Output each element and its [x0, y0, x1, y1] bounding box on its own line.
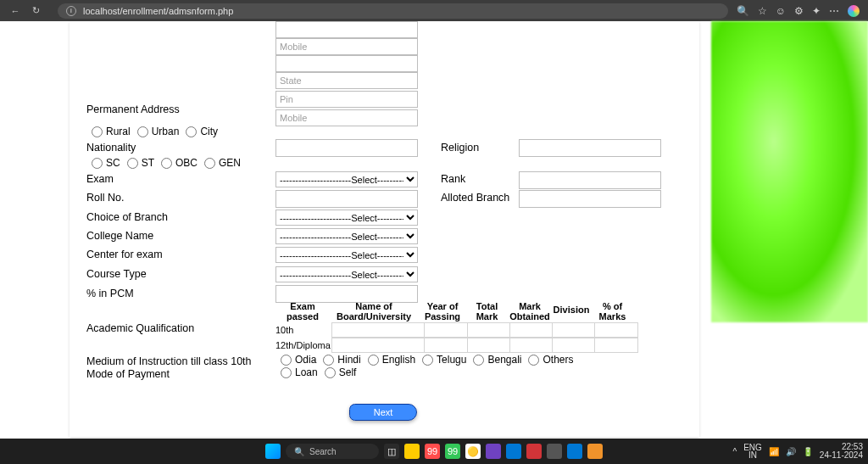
caste-gen-radio[interactable]	[204, 158, 215, 169]
info-icon[interactable]: i	[66, 6, 76, 16]
pct-pcm-field[interactable]	[275, 285, 418, 303]
pct-pcm-label: % in PCM	[86, 288, 134, 299]
religion-label: Religion	[441, 142, 479, 154]
browser-toolbar: ← ↻ i localhost/enrollment/admsnform.php…	[0, 0, 868, 21]
area-city-radio[interactable]	[186, 126, 197, 137]
volume-icon[interactable]: 🔊	[786, 447, 796, 456]
r1-board[interactable]	[331, 322, 425, 338]
th-total-mark: Total Mark	[468, 301, 506, 321]
r1-div[interactable]	[552, 322, 596, 338]
taskview-icon[interactable]: ◫	[384, 444, 399, 459]
med-telugu-radio[interactable]	[422, 355, 433, 366]
field-unknown-top[interactable]	[275, 21, 418, 38]
th-exam-passed: Exam passed	[277, 301, 328, 321]
star-icon[interactable]: ☆	[758, 5, 767, 17]
mode-pay-label: Mode of Payment	[86, 368, 170, 380]
choice-branch-select[interactable]: -----------------------Select-----------…	[275, 210, 418, 226]
back-icon[interactable]: ←	[8, 4, 22, 18]
alloted-branch-field[interactable]	[519, 190, 661, 208]
tray-chevron-icon[interactable]: ^	[732, 447, 737, 456]
search-icon: 🔍	[294, 447, 304, 456]
app-icon-3[interactable]	[486, 444, 501, 459]
smile-icon[interactable]: ☺	[776, 5, 786, 17]
religion-field[interactable]	[519, 139, 661, 157]
taskbar-search[interactable]: 🔍 Search	[286, 444, 379, 459]
r1-obt[interactable]	[509, 322, 554, 338]
pay-self-radio[interactable]	[325, 367, 336, 378]
area-city-label: City	[200, 126, 218, 137]
caste-st-radio[interactable]	[127, 158, 138, 169]
state-field[interactable]	[275, 72, 418, 89]
med-others-radio[interactable]	[528, 355, 539, 366]
med-odia-radio[interactable]	[281, 355, 292, 366]
xampp-icon[interactable]	[587, 444, 603, 459]
center-exam-select[interactable]: -----------------------Select-----------…	[275, 247, 418, 263]
r1-year[interactable]	[424, 322, 468, 338]
pay-loan-radio[interactable]	[281, 367, 292, 378]
r2-pct[interactable]	[594, 338, 638, 353]
enrollment-form-panel: Permanent Address Rural Urban City Natio…	[70, 21, 699, 437]
r1-pct[interactable]	[594, 322, 638, 338]
r2-year[interactable]	[424, 338, 468, 353]
r2-obt[interactable]	[509, 338, 554, 353]
med-hindi-radio[interactable]	[323, 355, 334, 366]
course-type-select[interactable]: -----------------------Select-----------…	[275, 266, 418, 282]
r2-total[interactable]	[467, 338, 511, 353]
taskbar-search-label: Search	[309, 447, 337, 456]
r2-div[interactable]	[552, 338, 596, 353]
area-rural-radio[interactable]	[92, 126, 103, 137]
rollno-field[interactable]	[275, 190, 418, 208]
edge-icon[interactable]	[567, 444, 582, 459]
start-icon[interactable]	[265, 444, 281, 459]
clock-date: 24-11-2024	[820, 451, 863, 460]
area-urban-radio[interactable]	[137, 126, 148, 137]
area-rural-label: Rural	[106, 126, 131, 137]
college-name-select[interactable]: -----------------------Select-----------…	[275, 228, 418, 244]
pin-field[interactable]	[275, 91, 418, 108]
app-icon-1[interactable]: 99	[425, 444, 440, 459]
next-button[interactable]: Next	[349, 404, 417, 421]
center-exam-label: Center for exam	[86, 249, 163, 260]
explorer-icon[interactable]	[404, 444, 420, 459]
taskbar-center: 🔍 Search ◫ 99 99 🟡	[265, 444, 603, 459]
vscode-icon[interactable]	[506, 444, 521, 459]
caste-radio-group: SC ST OBC GEN	[86, 157, 241, 169]
area-radio-group: Rural Urban City	[86, 126, 218, 137]
lang-in: IN	[743, 451, 762, 459]
caste-gen-label: GEN	[219, 157, 241, 169]
more-icon[interactable]: ⋯	[829, 5, 839, 17]
th-pct-marks: % of Marks	[593, 301, 632, 321]
refresh-icon[interactable]: ↻	[29, 4, 42, 18]
copilot-icon[interactable]	[848, 5, 860, 17]
chrome-icon[interactable]: 🟡	[465, 444, 481, 459]
favorites-icon[interactable]: ✦	[812, 5, 821, 17]
app-icon-5[interactable]	[547, 444, 562, 459]
mobile-field-b[interactable]	[275, 109, 418, 126]
taskbar-clock[interactable]: 22:53 24-11-2024	[820, 443, 863, 460]
med-bengali-radio[interactable]	[473, 355, 484, 366]
nationality-field[interactable]	[275, 139, 418, 157]
mobile-field-a[interactable]	[275, 38, 418, 55]
extension-icon[interactable]: ⚙	[794, 5, 804, 17]
app-icon-2[interactable]: 99	[445, 444, 460, 459]
wifi-icon[interactable]: 📶	[769, 447, 779, 456]
r2-board[interactable]	[331, 338, 425, 353]
exam-select[interactable]: -----------------------Select-----------…	[275, 171, 418, 187]
field-blank-1[interactable]	[275, 55, 418, 72]
pay-loan-label: Loan	[295, 366, 318, 378]
address-bar[interactable]: i localhost/enrollment/admsnform.php	[58, 3, 728, 19]
caste-sc-radio[interactable]	[92, 158, 103, 169]
med-english-radio[interactable]	[368, 355, 379, 366]
zoom-icon[interactable]: 🔍	[737, 5, 749, 17]
app-icon-4[interactable]	[526, 444, 542, 459]
r1-total[interactable]	[467, 322, 511, 338]
th-year: Year of Passing	[421, 301, 464, 321]
battery-icon[interactable]: 🔋	[803, 447, 813, 456]
language-indicator[interactable]: ENG IN	[743, 444, 762, 459]
med-telugu-label: Telugu	[437, 354, 466, 366]
area-urban-label: Urban	[152, 126, 180, 137]
th-board: Name of Board/University	[331, 301, 416, 321]
caste-obc-radio[interactable]	[161, 158, 172, 169]
th-mark-obtained: Mark Obtained	[509, 301, 551, 321]
rank-field[interactable]	[519, 171, 661, 189]
